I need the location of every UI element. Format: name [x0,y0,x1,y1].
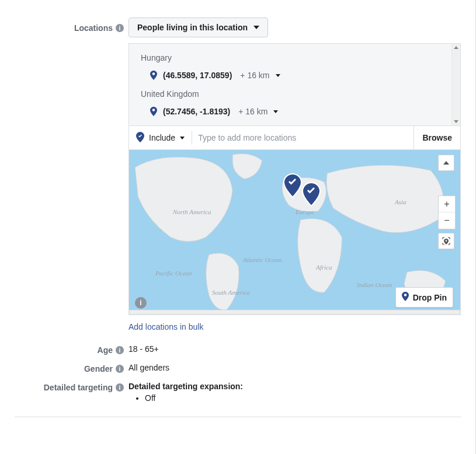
map-label-continent: Europe [296,208,314,215]
info-icon[interactable]: i [116,346,124,354]
locations-label: Locations [74,23,113,33]
map-label-continent: North America [173,208,211,215]
location-search-input[interactable] [192,133,414,142]
location-filter-dropdown[interactable]: People living in this location [128,18,268,37]
info-icon[interactable]: i [116,365,124,373]
expansion-list: Off [128,393,461,403]
map-label-continent: Asia [395,198,406,205]
gender-label-col: Gender i [15,363,128,373]
map-collapse-button[interactable] [438,155,454,171]
svg-point-4 [404,294,406,296]
drop-pin-label: Drop Pin [413,293,447,302]
map-label-ocean: Pacific Ocean [155,270,192,277]
pin-icon [150,107,157,116]
age-label-col: Age i [15,344,128,355]
age-value: 18 - 65+ [128,344,461,355]
gender-label: Gender [84,364,113,373]
expansion-header: Detailed targeting expansion: [128,382,461,391]
locations-content: People living in this location Hungary (… [128,18,461,331]
pin-icon [150,71,157,80]
chevron-down-icon[interactable] [276,74,280,77]
age-label: Age [98,345,113,355]
chevron-up-icon [443,161,449,165]
map-label-ocean: Indian Ocean [357,281,392,288]
location-coords: (46.5589, 17.0859) [163,71,232,80]
svg-point-3 [446,240,447,242]
zoom-out-button[interactable]: − [439,212,455,229]
gender-row: Gender i All genders [15,363,461,373]
location-country: United Kingdom [129,86,460,102]
location-item[interactable]: (52.7456, -1.8193) + 16 km [129,102,460,122]
location-filter-label: People living in this location [137,23,248,32]
map[interactable]: North America South America Europe Afric… [128,150,461,315]
locations-label-col: Locations i [15,18,128,331]
locate-icon [442,236,451,246]
expansion-value: Off [145,393,461,403]
map-label-continent: South America [212,289,250,296]
detailed-targeting-label: Detailed targeting [44,383,113,392]
pin-checked-icon [136,132,144,144]
chevron-down-icon [253,26,259,29]
add-bulk-link[interactable]: Add locations in bulk [128,322,203,331]
map-label-ocean: Atlantic Ocean [243,256,282,263]
pin-icon [402,292,409,303]
include-bar: Include Browse [128,125,461,150]
svg-point-0 [152,72,155,75]
location-coords: (52.7456, -1.8193) [163,107,230,116]
info-icon[interactable]: i [116,383,124,392]
detailed-targeting-row: Detailed targeting i Detailed targeting … [15,382,461,403]
detailed-targeting-label-col: Detailed targeting i [15,382,128,403]
chevron-down-icon [180,137,185,139]
location-radius: + 16 km [240,71,269,80]
info-icon[interactable]: i [116,24,124,32]
map-controls: + − [438,155,456,249]
include-mode-label: Include [149,133,175,142]
drop-pin-button[interactable]: Drop Pin [395,287,453,308]
detailed-targeting-content: Detailed targeting expansion: Off [128,382,461,403]
svg-point-1 [152,109,155,111]
zoom-in-button[interactable]: + [439,196,455,212]
scrollbar[interactable] [451,44,460,125]
location-list: Hungary (46.5589, 17.0859) + 16 km Unite… [128,43,461,125]
scroll-down-icon[interactable] [454,120,458,123]
age-row: Age i 18 - 65+ [15,344,461,355]
include-mode-toggle[interactable]: Include [129,132,192,144]
map-pin-marker[interactable] [283,173,303,200]
location-radius: + 16 km [238,107,267,116]
location-country: Hungary [129,50,460,66]
map-info-button[interactable]: i [135,297,147,309]
chevron-down-icon[interactable] [273,110,278,113]
gender-value: All genders [128,363,461,373]
locate-button[interactable] [438,233,454,249]
zoom-controls: + − [438,195,456,229]
map-pin-marker[interactable] [301,182,321,208]
section-divider [15,417,461,417]
map-label-continent: Africa [316,264,332,271]
location-item[interactable]: (46.5589, 17.0859) + 16 km [129,66,460,86]
scroll-up-icon[interactable] [454,46,458,49]
browse-button[interactable]: Browse [414,126,460,149]
locations-row: Locations i People living in this locati… [15,18,461,331]
